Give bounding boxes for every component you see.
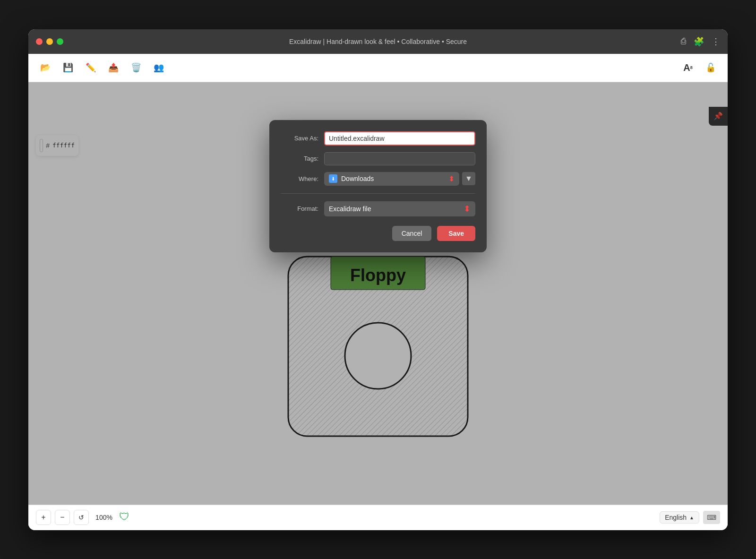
save-button[interactable]: 💾 bbox=[59, 58, 77, 77]
reset-zoom-button[interactable]: ↺ bbox=[74, 510, 89, 525]
users-button[interactable]: 👥 bbox=[149, 58, 168, 77]
canvas[interactable]: # ffffff Floppy bbox=[28, 82, 728, 505]
window-title: Excalidraw | Hand-drawn look & feel • Co… bbox=[289, 38, 467, 45]
app-window: Excalidraw | Hand-drawn look & feel • Co… bbox=[28, 29, 728, 530]
delete-button[interactable]: 🗑️ bbox=[127, 58, 146, 77]
bottom-bar: + − ↺ 100% 🛡 English ▲ ⌨ bbox=[28, 505, 728, 530]
cancel-button[interactable]: Cancel bbox=[392, 226, 432, 241]
language-value: English bbox=[665, 514, 687, 521]
font-button[interactable]: A8 bbox=[679, 58, 697, 77]
format-label: Format: bbox=[281, 205, 318, 212]
save-as-label: Save As: bbox=[281, 135, 318, 142]
format-dropdown[interactable]: Excalidraw file ⬍ bbox=[324, 201, 475, 216]
bottom-right: English ▲ ⌨ bbox=[660, 511, 720, 524]
menu-icon[interactable]: ⋮ bbox=[712, 36, 720, 47]
downloads-icon: ⬇ bbox=[329, 174, 337, 183]
minimize-button[interactable] bbox=[46, 38, 53, 45]
language-selector[interactable]: English ▲ bbox=[660, 511, 699, 524]
maximize-button[interactable] bbox=[57, 38, 63, 45]
where-container: ⬇ Downloads ⬍ ▼ bbox=[324, 172, 475, 186]
tags-row: Tags: bbox=[281, 152, 475, 165]
edit-button[interactable]: ✏️ bbox=[81, 58, 100, 77]
dialog-actions: Cancel Save bbox=[281, 226, 475, 241]
modal-overlay: Save As: Tags: Where: ⬇ Downloads ⬍ bbox=[28, 82, 728, 505]
title-bar: Excalidraw | Hand-drawn look & feel • Co… bbox=[28, 29, 728, 54]
where-spinner-icon: ⬍ bbox=[448, 174, 455, 183]
format-row: Format: Excalidraw file ⬍ bbox=[281, 201, 475, 216]
language-arrow-icon: ▲ bbox=[689, 515, 694, 520]
where-dropdown[interactable]: ⬇ Downloads ⬍ bbox=[324, 172, 459, 186]
export-button[interactable]: 📤 bbox=[104, 58, 123, 77]
format-spinner-icon: ⬍ bbox=[464, 204, 471, 214]
format-value: Excalidraw file bbox=[329, 205, 371, 213]
toolbar: 📂 💾 ✏️ 📤 🗑️ 👥 A8 🔓 bbox=[28, 54, 728, 82]
title-bar-actions: ⎙ 🧩 ⋮ bbox=[681, 36, 720, 47]
traffic-lights bbox=[36, 38, 63, 45]
close-button[interactable] bbox=[36, 38, 43, 45]
keyboard-button[interactable]: ⌨ bbox=[703, 511, 720, 524]
save-as-input[interactable] bbox=[324, 131, 475, 146]
dialog-divider bbox=[281, 193, 475, 194]
save-confirm-button[interactable]: Save bbox=[437, 226, 475, 241]
where-expand-button[interactable]: ▼ bbox=[462, 172, 475, 185]
where-value: Downloads bbox=[341, 175, 374, 182]
open-folder-button[interactable]: 📂 bbox=[36, 58, 55, 77]
share-icon[interactable]: ⎙ bbox=[681, 36, 686, 46]
zoom-controls: + − ↺ 100% 🛡 bbox=[36, 510, 132, 525]
toolbar-right: A8 🔓 bbox=[679, 58, 720, 77]
zoom-in-button[interactable]: + bbox=[36, 510, 51, 525]
save-dialog: Save As: Tags: Where: ⬇ Downloads ⬍ bbox=[269, 120, 487, 252]
extensions-icon[interactable]: 🧩 bbox=[694, 36, 704, 47]
zoom-out-button[interactable]: − bbox=[55, 510, 70, 525]
save-as-row: Save As: bbox=[281, 131, 475, 146]
where-label: Where: bbox=[281, 175, 318, 182]
tags-input[interactable] bbox=[324, 152, 475, 165]
zoom-level: 100% bbox=[93, 514, 115, 521]
where-row: Where: ⬇ Downloads ⬍ ▼ bbox=[281, 172, 475, 186]
tags-label: Tags: bbox=[281, 155, 318, 162]
lock-button[interactable]: 🔓 bbox=[701, 58, 720, 77]
shield-icon: 🛡 bbox=[119, 511, 132, 524]
